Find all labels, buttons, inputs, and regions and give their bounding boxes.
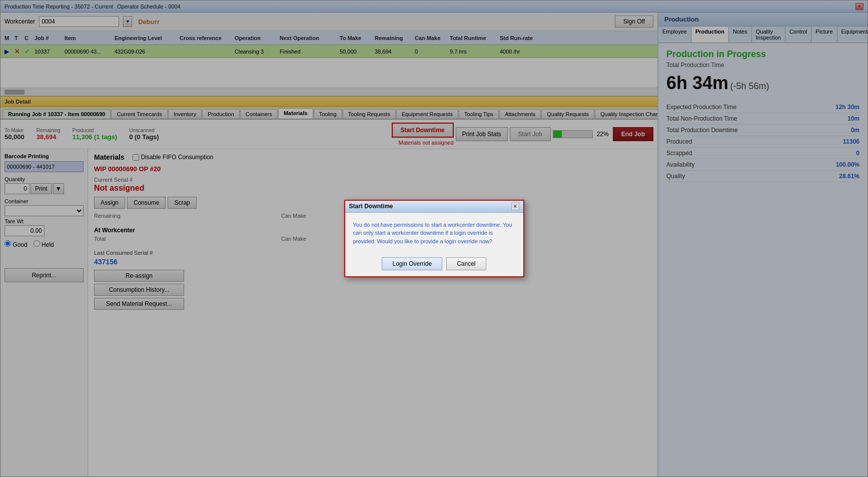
start-downtime-modal: Start Downtime × You do not have permiss… [344, 200, 524, 278]
modal-cancel-button[interactable]: Cancel [446, 257, 486, 270]
modal-title: Start Downtime [349, 203, 393, 210]
login-override-button[interactable]: Login Override [382, 257, 442, 270]
modal-body: You do not have permissions to start a w… [345, 213, 523, 254]
modal-footer: Login Override Cancel [345, 253, 523, 276]
modal-title-bar: Start Downtime × [345, 201, 523, 213]
modal-overlay: Start Downtime × You do not have permiss… [0, 0, 868, 477]
modal-close-button[interactable]: × [511, 202, 519, 210]
